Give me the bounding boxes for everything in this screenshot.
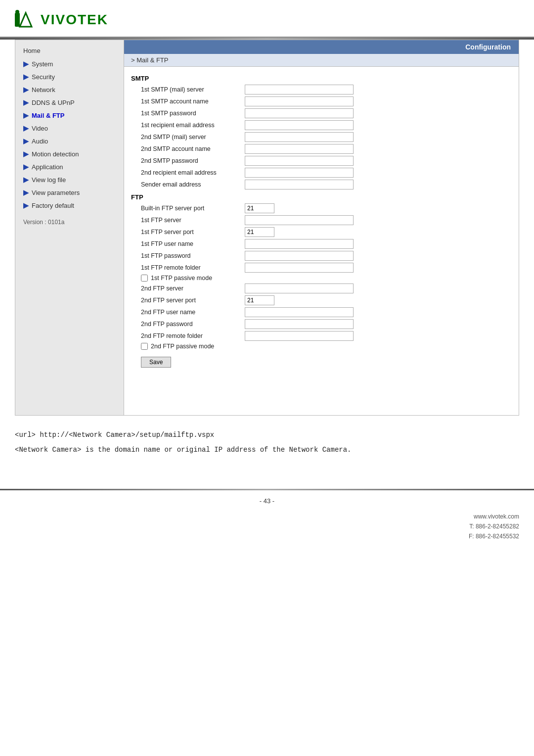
sidebar-item-audio[interactable]: ▶ Audio xyxy=(15,135,124,147)
sidebar-item-security[interactable]: ▶ Security xyxy=(15,70,124,83)
description-line1: <url> http://<Network Camera>/setup/mail… xyxy=(15,429,519,441)
ftp1-port-input[interactable] xyxy=(245,227,274,237)
form-row: 2nd FTP remote folder xyxy=(131,331,512,341)
form-row: 1st FTP server xyxy=(131,215,512,225)
field-label-ftp1-port: 1st FTP server port xyxy=(141,229,245,236)
field-label-sender-email: Sender email address xyxy=(141,181,245,188)
form-row: 2nd recipient email address xyxy=(131,168,512,178)
form-row: 1st FTP server port xyxy=(131,227,512,237)
field-label-ftp2-port: 2nd FTP server port xyxy=(141,297,245,304)
form-row: Built-in FTP server port xyxy=(131,203,512,213)
form-row: 1st recipient email address xyxy=(131,120,512,130)
field-label-smtp2-password: 2nd SMTP password xyxy=(141,157,245,164)
bullet-icon: ▶ xyxy=(23,189,29,196)
field-label-ftp1-password: 1st FTP password xyxy=(141,252,245,259)
bullet-icon: ▶ xyxy=(23,124,29,132)
breadcrumb: > Mail & FTP xyxy=(124,54,519,67)
save-button[interactable]: Save xyxy=(141,357,171,368)
sidebar-item-network[interactable]: ▶ Network xyxy=(15,83,124,96)
field-label-ftp2-remote-folder: 2nd FTP remote folder xyxy=(141,332,245,339)
sidebar-item-factory-default[interactable]: ▶ Factory default xyxy=(15,199,124,212)
ftp1-password-input[interactable] xyxy=(245,251,354,261)
svg-point-2 xyxy=(15,10,19,14)
sidebar-item-mail-ftp[interactable]: ▶ Mail & FTP xyxy=(15,109,124,122)
ftp1-user-input[interactable] xyxy=(245,239,354,249)
ftp1-server-input[interactable] xyxy=(245,215,354,225)
form-row: 1st FTP remote folder xyxy=(131,263,512,273)
field-label-ftp1-user: 1st FTP user name xyxy=(141,240,245,247)
vivotek-logo-icon xyxy=(15,9,37,31)
form-row: 1st SMTP account name xyxy=(131,96,512,106)
field-label-smtp2-server: 2nd SMTP (mail) server xyxy=(141,134,245,141)
smtp1-server-input[interactable] xyxy=(245,85,354,94)
bullet-icon: ▶ xyxy=(23,176,29,184)
ftp-builtin-port-input[interactable] xyxy=(245,203,274,213)
bullet-icon: ▶ xyxy=(23,86,29,94)
description-line2: <Network Camera> is the domain name or o… xyxy=(15,444,519,456)
bullet-icon: ▶ xyxy=(23,98,29,106)
sidebar-item-home[interactable]: Home xyxy=(15,44,124,57)
smtp2-account-input[interactable] xyxy=(245,144,354,154)
form-row: Sender email address xyxy=(131,180,512,189)
footer-contact: www.vivotek.com T: 886-2-82455282 F: 886… xyxy=(0,509,534,550)
field-label-smtp1-recipient: 1st recipient email address xyxy=(141,122,245,129)
main-container: Home ▶ System ▶ Security ▶ Network ▶ DDN… xyxy=(15,40,519,416)
description-section: <url> http://<Network Camera>/setup/mail… xyxy=(0,416,534,469)
ftp-section-title: FTP xyxy=(131,193,512,201)
sidebar-item-system[interactable]: ▶ System xyxy=(15,57,124,70)
sidebar-item-video[interactable]: ▶ Video xyxy=(15,122,124,135)
ftp1-passive-mode-checkbox[interactable] xyxy=(141,275,148,282)
ftp2-port-input[interactable] xyxy=(245,295,274,305)
ftp2-server-input[interactable] xyxy=(245,284,354,293)
bullet-icon: ▶ xyxy=(23,150,29,158)
form-row: 2nd SMTP (mail) server xyxy=(131,132,512,142)
ftp2-user-input[interactable] xyxy=(245,307,354,317)
smtp-section-title: SMTP xyxy=(131,75,512,82)
form-row: 2nd FTP server port xyxy=(131,295,512,305)
form-row: 2nd FTP password xyxy=(131,319,512,329)
field-label-ftp1-server: 1st FTP server xyxy=(141,217,245,224)
sidebar-item-motion-detection[interactable]: ▶ Motion detection xyxy=(15,147,124,160)
smtp2-server-input[interactable] xyxy=(245,132,354,142)
bullet-icon: ▶ xyxy=(23,201,29,209)
header: VIVOTEK xyxy=(0,0,534,38)
footer-page-number: - 43 - xyxy=(0,490,534,509)
smtp1-recipient-input[interactable] xyxy=(245,120,354,130)
form-row: 2nd FTP user name xyxy=(131,307,512,317)
sidebar-item-ddns-upnp[interactable]: ▶ DDNS & UPnP xyxy=(15,96,124,109)
sidebar-item-application[interactable]: ▶ Application xyxy=(15,160,124,173)
footer-fax: F: 886-2-82455532 xyxy=(0,531,519,541)
ftp2-passive-mode-row: 2nd FTP passive mode xyxy=(131,343,512,350)
form-row: 1st FTP password xyxy=(131,251,512,261)
form-area: SMTP 1st SMTP (mail) server 1st SMTP acc… xyxy=(124,67,519,377)
field-label-ftp1-remote-folder: 1st FTP remote folder xyxy=(141,264,245,271)
ftp2-passive-mode-checkbox[interactable] xyxy=(141,343,148,350)
smtp1-password-input[interactable] xyxy=(245,108,354,118)
field-label-ftp2-user: 2nd FTP user name xyxy=(141,309,245,316)
field-label-smtp1-server: 1st SMTP (mail) server xyxy=(141,86,245,93)
field-label-smtp1-account: 1st SMTP account name xyxy=(141,98,245,105)
form-row: 1st SMTP password xyxy=(131,108,512,118)
smtp2-password-input[interactable] xyxy=(245,156,354,166)
ftp2-remote-folder-input[interactable] xyxy=(245,331,354,341)
bullet-icon: ▶ xyxy=(23,111,29,119)
bullet-icon: ▶ xyxy=(23,137,29,145)
ftp1-passive-mode-row: 1st FTP passive mode xyxy=(131,275,512,282)
ftp1-passive-mode-label: 1st FTP passive mode xyxy=(151,275,212,282)
footer-website: www.vivotek.com xyxy=(0,512,519,521)
ftp2-password-input[interactable] xyxy=(245,319,354,329)
sidebar-item-view-log-file[interactable]: ▶ View log file xyxy=(15,173,124,186)
sidebar-version: Version : 0101a xyxy=(15,212,124,229)
field-label-ftp2-password: 2nd FTP password xyxy=(141,321,245,328)
smtp2-recipient-input[interactable] xyxy=(245,168,354,178)
ftp1-remote-folder-input[interactable] xyxy=(245,263,354,273)
field-label-smtp1-password: 1st SMTP password xyxy=(141,110,245,117)
field-label-smtp2-recipient: 2nd recipient email address xyxy=(141,169,245,176)
form-row: 1st FTP user name xyxy=(131,239,512,249)
smtp1-account-input[interactable] xyxy=(245,96,354,106)
form-row: 2nd SMTP password xyxy=(131,156,512,166)
sender-email-input[interactable] xyxy=(245,180,354,189)
form-row: 2nd SMTP account name xyxy=(131,144,512,154)
sidebar-item-view-parameters[interactable]: ▶ View parameters xyxy=(15,186,124,199)
content-area: Configuration > Mail & FTP SMTP 1st SMTP… xyxy=(124,40,519,415)
